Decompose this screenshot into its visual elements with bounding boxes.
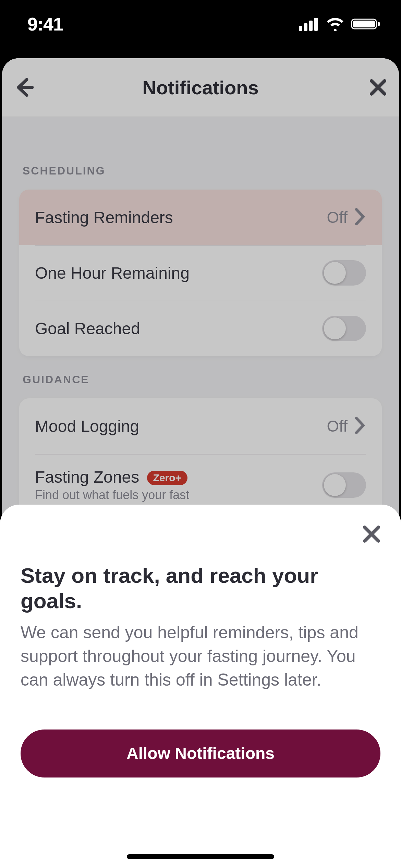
page-title: Notifications <box>142 76 258 99</box>
status-bar: 9:41 <box>0 0 401 48</box>
cellular-icon <box>299 17 319 31</box>
home-indicator[interactable] <box>127 854 274 859</box>
row-sublabel: Find out what fuels your fast <box>35 488 189 502</box>
svg-rect-3 <box>314 18 318 31</box>
row-one-hour-remaining[interactable]: One Hour Remaining <box>19 245 382 301</box>
row-goal-reached[interactable]: Goal Reached <box>19 301 382 356</box>
section-title-scheduling: SCHEDULING <box>23 165 382 177</box>
allow-notifications-button[interactable]: Allow Notifications <box>21 730 380 777</box>
row-fasting-reminders[interactable]: Fasting Reminders Off <box>19 190 382 245</box>
row-label: One Hour Remaining <box>35 264 190 282</box>
sheet-close-button[interactable] <box>361 524 382 544</box>
svg-rect-6 <box>378 22 380 26</box>
sheet-body: We can send you helpful reminders, tips … <box>21 621 380 692</box>
sheet-title: Stay on track, and reach your goals. <box>21 563 380 614</box>
zero-plus-badge: Zero+ <box>147 471 188 485</box>
svg-rect-1 <box>304 23 307 31</box>
page-header: Notifications <box>2 58 399 117</box>
toggle-fasting-zones[interactable] <box>322 472 366 498</box>
toggle-goal-reached[interactable] <box>322 316 366 341</box>
scheduling-card: Fasting Reminders Off One Hour Remaining… <box>19 190 382 356</box>
wifi-icon <box>326 17 345 31</box>
chevron-right-icon <box>354 207 366 227</box>
back-button[interactable] <box>12 75 36 99</box>
close-button[interactable] <box>367 77 389 98</box>
chevron-right-icon <box>354 416 366 436</box>
section-title-guidance: GUIDANCE <box>23 373 382 386</box>
row-label: Mood Logging <box>35 417 139 436</box>
row-label: Fasting Reminders <box>35 208 173 227</box>
row-value: Off <box>327 208 348 227</box>
row-value: Off <box>327 417 348 435</box>
row-mood-logging[interactable]: Mood Logging Off <box>19 398 382 454</box>
status-indicators <box>299 17 380 31</box>
status-time: 9:41 <box>27 13 63 35</box>
row-label: Fasting Zones <box>35 468 139 486</box>
allow-notifications-sheet: Stay on track, and reach your goals. We … <box>0 505 401 868</box>
button-label: Allow Notifications <box>126 744 275 763</box>
battery-icon <box>351 17 380 31</box>
svg-rect-2 <box>309 21 313 31</box>
toggle-one-hour[interactable] <box>322 260 366 286</box>
svg-rect-0 <box>299 26 302 31</box>
svg-rect-5 <box>353 21 375 27</box>
guidance-card: Mood Logging Off Fasting Zones Zero+ Fin… <box>19 398 382 516</box>
row-label: Goal Reached <box>35 319 140 338</box>
